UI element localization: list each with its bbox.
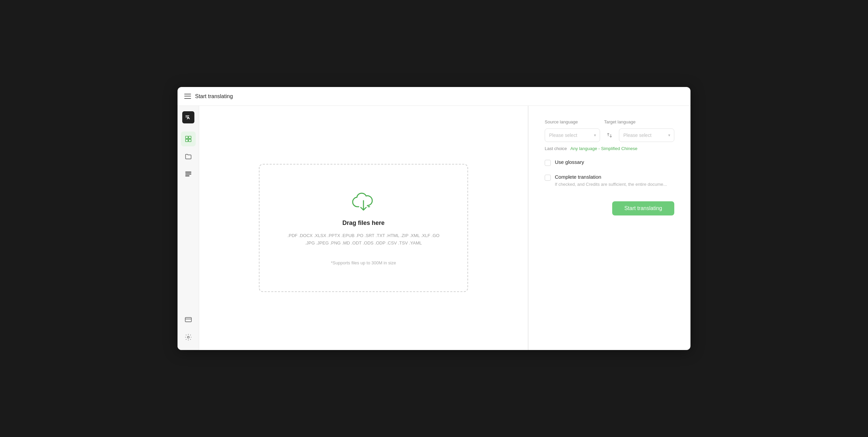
- upload-panel: Drag files here .PDF .DOCX .XLSX .PPTX .…: [199, 106, 528, 350]
- svg-rect-7: [185, 318, 191, 322]
- target-language-label: Target language: [604, 119, 674, 124]
- complete-translation-label: Complete translation: [555, 174, 667, 180]
- svg-rect-4: [185, 172, 191, 173]
- complete-translation-desc: If checked, and Credits are sufficient, …: [555, 181, 667, 188]
- svg-rect-2: [185, 139, 188, 142]
- sidebar-item-settings[interactable]: [181, 330, 196, 345]
- app-window: Start translating: [178, 87, 690, 350]
- last-choice: Last choice Any language - Simplified Ch…: [545, 146, 674, 151]
- sidebar-item-history[interactable]: [181, 167, 196, 181]
- header: Start translating: [178, 87, 690, 106]
- svg-rect-1: [188, 136, 191, 139]
- sidebar-item-translate[interactable]: [181, 132, 196, 146]
- page-title: Start translating: [195, 93, 233, 99]
- svg-rect-5: [185, 174, 191, 174]
- last-choice-prefix: Last choice: [545, 146, 567, 151]
- language-section: Source language Target language Please s…: [545, 119, 674, 151]
- target-language-wrapper: Please select: [619, 128, 674, 142]
- svg-rect-6: [185, 176, 189, 176]
- sidebar-item-billing[interactable]: [181, 312, 196, 327]
- glossary-text: Use glossary: [555, 159, 584, 165]
- lang-labels-row: Source language Target language: [545, 119, 674, 124]
- content-area: Drag files here .PDF .DOCX .XLSX .PPTX .…: [199, 106, 690, 350]
- lang-inputs-row: Please select Please select: [545, 128, 674, 142]
- drop-size: *Supports files up to 300M in size: [331, 260, 396, 265]
- sidebar-logo[interactable]: [182, 111, 194, 123]
- swap-languages-button[interactable]: [604, 130, 615, 141]
- glossary-checkbox[interactable]: [545, 160, 551, 166]
- target-language-select[interactable]: Please select: [619, 128, 674, 142]
- glossary-option: Use glossary: [545, 159, 674, 166]
- svg-rect-3: [188, 139, 191, 142]
- drop-zone[interactable]: Drag files here .PDF .DOCX .XLSX .PPTX .…: [259, 164, 468, 292]
- drop-formats: .PDF .DOCX .XLSX .PPTX .EPUB .PO .SRT .T…: [288, 232, 439, 247]
- menu-icon[interactable]: [184, 93, 191, 100]
- main-layout: Drag files here .PDF .DOCX .XLSX .PPTX .…: [178, 106, 690, 350]
- complete-translation-option: Complete translation If checked, and Cre…: [545, 174, 674, 188]
- sidebar-item-folder[interactable]: [181, 149, 196, 164]
- sidebar-bottom: [181, 312, 196, 345]
- drop-title: Drag files here: [342, 220, 384, 227]
- last-choice-link[interactable]: Any language - Simplified Chinese: [570, 146, 638, 151]
- complete-translation-text: Complete translation If checked, and Cre…: [555, 174, 667, 188]
- glossary-label: Use glossary: [555, 159, 584, 165]
- sidebar: [178, 106, 199, 350]
- source-language-wrapper: Please select: [545, 128, 600, 142]
- cloud-upload-icon: [350, 191, 377, 214]
- start-translating-button[interactable]: Start translating: [612, 201, 674, 215]
- source-language-select[interactable]: Please select: [545, 128, 600, 142]
- sidebar-nav: [181, 132, 196, 312]
- complete-translation-checkbox[interactable]: [545, 175, 551, 181]
- settings-panel: Source language Target language Please s…: [528, 106, 690, 350]
- source-language-label: Source language: [545, 119, 585, 124]
- svg-point-8: [187, 336, 189, 338]
- svg-rect-0: [185, 136, 188, 139]
